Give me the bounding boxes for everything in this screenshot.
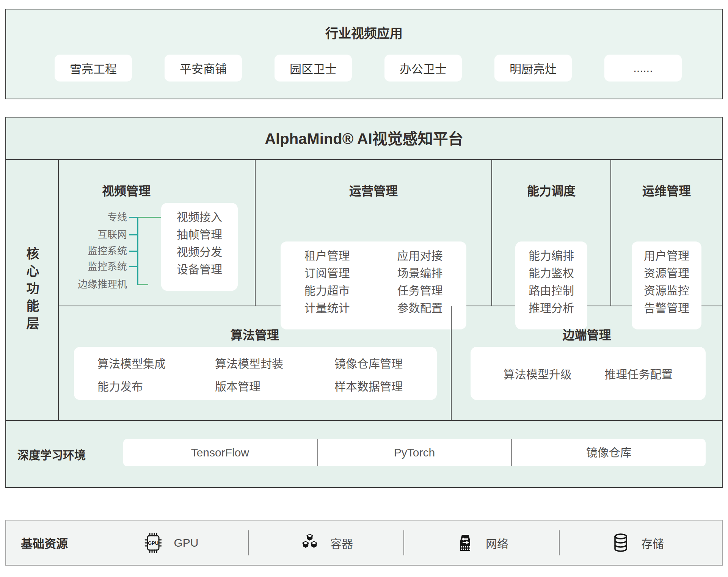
section-video-management: 视频管理 专线 互联网 监控系统 监控系统 边缘推理机 xyxy=(59,160,256,306)
video-source-label: 监控系统 xyxy=(59,261,127,272)
card-item: 能力发布 xyxy=(97,377,215,400)
card-item: 视频分发 xyxy=(161,243,238,261)
section-om-management: 运维管理 用户管理 资源管理 资源监控 告警管理 xyxy=(611,160,722,306)
card-item: 能力鉴权 xyxy=(515,265,587,282)
svg-text:GPU: GPU xyxy=(148,540,158,546)
section-operation-management: 运营管理 租户管理 订阅管理 能力超市 计量统计 应用对接 场景编排 xyxy=(256,160,492,306)
connector-line xyxy=(138,284,148,285)
network-icon xyxy=(455,532,476,553)
section-title: 边端管理 xyxy=(452,306,722,343)
platform-title: AlphaMind® AI视觉感知平台 xyxy=(6,118,722,160)
app-chip: 雪亮工程 xyxy=(55,55,132,82)
card-item: 版本管理 xyxy=(215,377,334,400)
industry-apps-list: 雪亮工程 平安商铺 园区卫士 办公卫士 明厨亮灶 ...... xyxy=(55,55,682,82)
card-item: 资源监控 xyxy=(632,282,701,299)
architecture-diagram: 行业视频应用 雪亮工程 平安商铺 园区卫士 办公卫士 明厨亮灶 ...... A… xyxy=(0,0,728,577)
dl-env-item: TensorFlow xyxy=(123,439,317,466)
card-item: 抽帧管理 xyxy=(161,226,238,243)
connector-line xyxy=(129,217,138,218)
section-title: 算法管理 xyxy=(59,306,451,343)
core-row-1: 视频管理 专线 互联网 监控系统 监控系统 边缘推理机 xyxy=(59,160,722,306)
platform-panel: AlphaMind® AI视觉感知平台 核心功能层 视频管理 专线 互联网 监控… xyxy=(5,117,723,488)
infra-item-label: 网络 xyxy=(486,535,508,551)
card-item: 任务管理 xyxy=(397,282,443,299)
video-source-label: 监控系统 xyxy=(59,245,127,257)
gpu-icon: GPU xyxy=(143,532,164,553)
section-capability-scheduling: 能力调度 能力编排 能力鉴权 路由控制 推理分析 xyxy=(492,160,611,306)
card-item: 样本数据管理 xyxy=(334,377,437,400)
video-source-label: 边缘推理机 xyxy=(59,279,127,290)
card-item: 设备管理 xyxy=(161,261,238,278)
infra-label: 基础资源 xyxy=(21,521,68,565)
infra-group-gpu: GPU GPU xyxy=(93,532,248,553)
card-item: 视频接入 xyxy=(161,209,238,226)
card-item: 推理任务配置 xyxy=(604,365,673,382)
algorithm-management-card: 算法模型集成 算法模型封装 镜像仓库管理 能力发布 版本管理 样本数据管理 xyxy=(74,347,437,400)
deep-learning-env-bar: TensorFlow PyTorch 镜像仓库 xyxy=(123,439,706,466)
app-chip: 办公卫士 xyxy=(384,55,462,82)
card-item: 能力编排 xyxy=(515,247,587,265)
infra-group-container: 容器 xyxy=(249,532,403,553)
section-title: 能力调度 xyxy=(492,160,610,199)
section-algorithm-management: 算法管理 算法模型集成 算法模型封装 镜像仓库管理 能力发布 版本管理 样本数据… xyxy=(59,306,452,421)
infra-panel: 基础资源 GPU xyxy=(5,520,723,566)
video-source-label: 专线 xyxy=(59,212,127,223)
video-source-label: 互联网 xyxy=(59,229,127,240)
core-layer-label: 核心功能层 xyxy=(23,247,41,334)
card-item: 租户管理 xyxy=(304,247,350,265)
connector-line xyxy=(138,217,161,218)
app-chip: 明厨亮灶 xyxy=(494,55,572,82)
card-item: 能力超市 xyxy=(304,282,350,299)
dl-env-item: PyTorch xyxy=(317,439,511,466)
card-item: 算法模型封装 xyxy=(215,354,334,377)
connector-line xyxy=(129,234,138,235)
infra-item-label: GPU xyxy=(174,536,198,549)
app-chip: 平安商铺 xyxy=(165,55,242,82)
core-function-layer: 核心功能层 视频管理 专线 互联网 监控系统 监控系统 边缘推理机 xyxy=(6,160,722,421)
card-item: 用户管理 xyxy=(632,247,701,265)
container-icon xyxy=(299,532,320,553)
core-main: 视频管理 专线 互联网 监控系统 监控系统 边缘推理机 xyxy=(59,160,722,421)
card-item: 资源管理 xyxy=(632,265,701,282)
industry-apps-title: 行业视频应用 xyxy=(6,9,722,42)
card-item: 应用对接 xyxy=(397,247,443,265)
app-chip-more: ...... xyxy=(604,55,682,82)
video-management-card: 视频接入 抽帧管理 视频分发 设备管理 xyxy=(161,203,238,291)
core-layer-sidebar: 核心功能层 xyxy=(6,160,59,421)
infra-groups: GPU GPU xyxy=(93,521,714,565)
connector-line xyxy=(129,251,138,252)
core-row-2: 算法管理 算法模型集成 算法模型封装 镜像仓库管理 能力发布 版本管理 样本数据… xyxy=(59,306,722,421)
deep-learning-env-label: 深度学习环境 xyxy=(17,421,86,487)
card-item: 镜像仓库管理 xyxy=(334,354,437,377)
infra-item-label: 存储 xyxy=(641,535,664,551)
app-chip: 园区卫士 xyxy=(275,55,352,82)
storage-icon xyxy=(610,532,631,553)
industry-apps-panel: 行业视频应用 雪亮工程 平安商铺 园区卫士 办公卫士 明厨亮灶 ...... xyxy=(5,9,723,99)
connector-line xyxy=(129,266,138,267)
card-item: 订阅管理 xyxy=(304,265,350,282)
infra-group-storage: 存储 xyxy=(560,532,714,553)
infra-item-label: 容器 xyxy=(330,535,353,551)
card-item: 算法模型集成 xyxy=(97,354,215,377)
section-title: 视频管理 xyxy=(59,160,255,199)
section-edge-management: 边端管理 算法模型升级 推理任务配置 xyxy=(452,306,722,421)
card-item: 算法模型升级 xyxy=(504,365,572,382)
edge-management-card: 算法模型升级 推理任务配置 xyxy=(471,347,706,400)
card-item: 场景编排 xyxy=(397,265,443,282)
card-item: 路由控制 xyxy=(515,282,587,299)
section-title: 运维管理 xyxy=(611,160,722,199)
deep-learning-env-strip: 深度学习环境 TensorFlow PyTorch 镜像仓库 xyxy=(6,420,722,487)
infra-group-network: 网络 xyxy=(404,532,559,553)
dl-env-item: 镜像仓库 xyxy=(511,439,706,466)
section-title: 运营管理 xyxy=(256,160,491,199)
